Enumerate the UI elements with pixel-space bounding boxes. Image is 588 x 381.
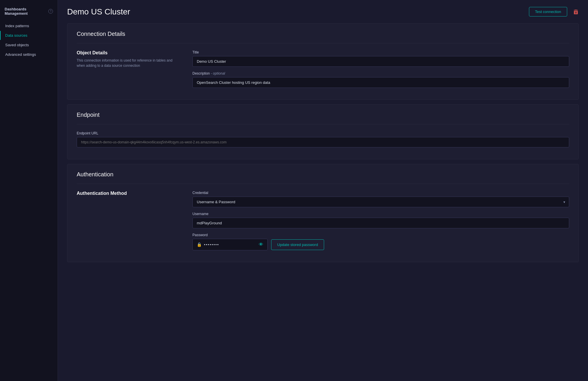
sidebar-nav: Index patterns Data sources Saved object… [0, 21, 58, 59]
description-input[interactable] [192, 77, 569, 88]
eye-icon[interactable]: 👁 [259, 242, 263, 247]
endpoint-title: Endpoint [77, 112, 569, 118]
object-details-description: This connection information is used for … [77, 58, 181, 68]
endpoint-divider [77, 124, 569, 124]
authentication-title: Authentication [77, 171, 569, 178]
object-details-right: Title Description - optional [192, 50, 569, 93]
sidebar-item-advanced-settings[interactable]: Advanced settings [0, 50, 58, 59]
credential-select-wrapper: Username & Password ▾ [192, 197, 569, 207]
delete-button[interactable] [573, 9, 579, 15]
auth-layout: Authentication Method Credential Usernam… [77, 191, 569, 255]
title-input[interactable] [192, 56, 569, 67]
endpoint-url-input[interactable] [77, 137, 569, 147]
description-field: Description - optional [192, 71, 569, 88]
sidebar-item-index-patterns[interactable]: Index patterns [0, 21, 58, 30]
section-divider [77, 43, 569, 43]
endpoint-section: Endpoint Endpoint URL [67, 104, 579, 159]
username-field: Username [192, 212, 569, 228]
object-details-left: Object Details This connection informati… [77, 50, 181, 68]
trash-icon [573, 9, 579, 15]
page-title: Demo US Cluster [67, 7, 130, 16]
header-actions: Test connection [529, 7, 579, 16]
username-label: Username [192, 212, 569, 216]
auth-method-heading: Authentication Method [77, 191, 181, 196]
object-details-heading: Object Details [77, 50, 181, 56]
auth-left: Authentication Method [77, 191, 181, 198]
authentication-section: Authentication Authentication Method Cre… [67, 164, 579, 262]
test-connection-button[interactable]: Test connection [529, 7, 567, 16]
main-content: Demo US Cluster Test connection Connecti… [58, 0, 588, 381]
page-header: Demo US Cluster Test connection [67, 7, 579, 16]
auth-divider [77, 184, 569, 184]
credential-field: Credential Username & Password ▾ [192, 191, 569, 207]
connection-details-title: Connection Details [77, 31, 569, 37]
sidebar-item-data-sources[interactable]: Data sources [0, 31, 58, 40]
sidebar-title: Dashboards Management [5, 7, 46, 16]
endpoint-url-field: Endpoint URL [77, 131, 569, 147]
connection-details-section: Connection Details Object Details This c… [67, 23, 579, 100]
description-label: Description - optional [192, 71, 569, 75]
password-input-container: 🔒 •••••••• 👁 [192, 239, 268, 250]
credential-select[interactable]: Username & Password [192, 197, 569, 207]
password-field: Password 🔒 •••••••• 👁 Update stored pass… [192, 233, 569, 250]
title-field: Title [192, 50, 569, 67]
help-icon[interactable]: ? [48, 9, 53, 14]
object-details-layout: Object Details This connection informati… [77, 50, 569, 93]
update-password-button[interactable]: Update stored password [271, 239, 324, 250]
sidebar: Dashboards Management ? Index patterns D… [0, 0, 58, 381]
credential-label: Credential [192, 191, 569, 195]
sidebar-item-saved-objects[interactable]: Saved objects [0, 40, 58, 49]
password-label: Password [192, 233, 569, 237]
lock-icon: 🔒 [197, 242, 202, 247]
title-label: Title [192, 50, 569, 54]
password-field-wrapper: 🔒 •••••••• 👁 Update stored password [192, 239, 569, 250]
sidebar-header: Dashboards Management ? [0, 5, 58, 21]
auth-right: Credential Username & Password ▾ Usernam… [192, 191, 569, 255]
username-input[interactable] [192, 218, 569, 228]
endpoint-url-label: Endpoint URL [77, 131, 569, 135]
password-dots: •••••••• [204, 243, 256, 247]
